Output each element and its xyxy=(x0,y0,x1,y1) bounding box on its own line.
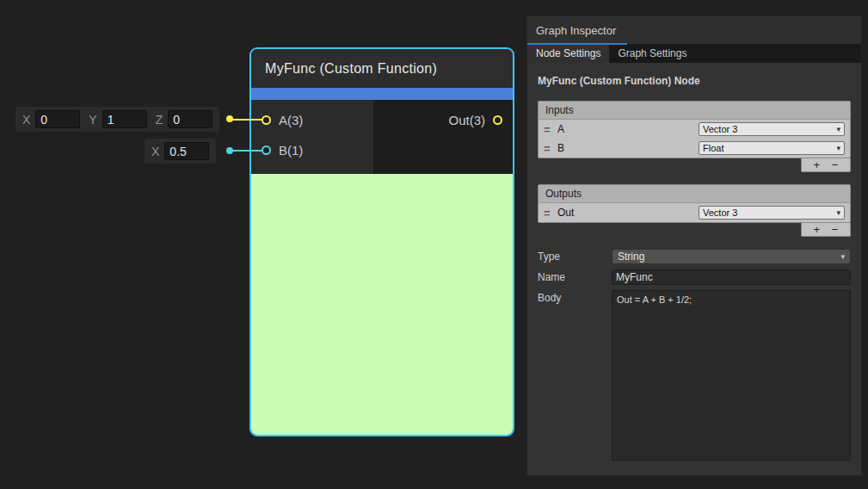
inputs-list-header: Inputs xyxy=(539,102,850,120)
vector3-y-field[interactable] xyxy=(102,110,147,128)
myfunc-node[interactable]: MyFunc (Custom Function) A(3) B(1) Out(3… xyxy=(249,47,514,436)
port-b-label: B(1) xyxy=(279,143,303,158)
node-settings-heading: MyFunc (Custom Function) Node xyxy=(538,75,851,87)
input-a-type-value: Vector 3 xyxy=(703,124,836,134)
drag-handle-icon[interactable]: = xyxy=(544,207,557,220)
outputs-list-footer: + − xyxy=(538,223,851,237)
remove-input-button[interactable]: − xyxy=(832,159,839,170)
output-row-out[interactable]: = Out Vector 3 ▾ xyxy=(539,203,850,222)
port-row-a: A(3) xyxy=(262,110,373,129)
type-row: Type String ▾ xyxy=(538,249,851,264)
node-ports: A(3) B(1) Out(3) xyxy=(251,100,513,174)
vector3-input-widget: X Y Z xyxy=(15,107,219,132)
chevron-down-icon: ▾ xyxy=(836,208,840,217)
drag-handle-icon[interactable]: = xyxy=(544,123,557,136)
input-a-type-dropdown[interactable]: Vector 3 ▾ xyxy=(699,122,845,136)
input-b-name: B xyxy=(557,142,699,154)
input-b-type-dropdown[interactable]: Float ▾ xyxy=(699,141,845,155)
name-row: Name xyxy=(538,269,851,285)
type-label: Type xyxy=(538,249,612,264)
add-output-button[interactable]: + xyxy=(814,224,821,235)
outputs-list-header: Outputs xyxy=(539,185,850,203)
edge-vector3-to-a[interactable] xyxy=(230,119,262,121)
outputs-list: Outputs = Out Vector 3 ▾ xyxy=(538,184,851,223)
output-out-name: Out xyxy=(557,207,699,219)
tab-graph-settings[interactable]: Graph Settings xyxy=(609,45,695,63)
output-out-type-dropdown[interactable]: Vector 3 ▾ xyxy=(699,206,845,220)
input-row-b[interactable]: = B Float ▾ xyxy=(539,139,850,158)
inspector-header[interactable]: Graph Inspector xyxy=(527,16,861,45)
vector3-output-port-dot[interactable] xyxy=(226,115,233,122)
float-x-field[interactable] xyxy=(164,142,209,160)
vector3-z-field[interactable] xyxy=(168,110,212,128)
inspector-body: MyFunc (Custom Function) Node Inputs = A… xyxy=(527,63,861,475)
name-input[interactable] xyxy=(612,269,851,285)
chevron-down-icon: ▾ xyxy=(836,144,840,152)
port-row-out: Out(3) xyxy=(374,110,502,129)
name-label: Name xyxy=(538,269,612,285)
input-a-name: A xyxy=(557,123,699,135)
node-title[interactable]: MyFunc (Custom Function) xyxy=(251,49,513,88)
chevron-down-icon: ▾ xyxy=(840,252,845,261)
edge-float-to-b[interactable] xyxy=(230,150,262,152)
port-row-b: B(1) xyxy=(262,140,373,159)
inputs-list: Inputs = A Vector 3 ▾ = B Float ▾ xyxy=(538,101,851,158)
port-out-label: Out(3) xyxy=(448,113,485,127)
add-input-button[interactable]: + xyxy=(814,159,821,170)
axis-label-y: Y xyxy=(89,113,96,127)
inputs-list-controls: + − xyxy=(801,158,851,172)
node-preview xyxy=(251,174,513,435)
axis-label-x: X xyxy=(151,145,159,158)
body-row: Body Out = A + B + 1/2; xyxy=(538,290,851,461)
axis-label-z: Z xyxy=(156,113,163,127)
input-row-a[interactable]: = A Vector 3 ▾ xyxy=(539,120,850,139)
type-dropdown-value: String xyxy=(618,251,840,263)
chevron-down-icon: ▾ xyxy=(836,125,840,133)
float-output-port-dot[interactable] xyxy=(226,147,233,154)
input-b-type-value: Float xyxy=(703,143,836,153)
remove-output-button[interactable]: − xyxy=(832,224,839,235)
inspector-tabs: Node Settings Graph Settings xyxy=(527,45,861,63)
drag-handle-icon[interactable]: = xyxy=(544,142,557,155)
node-accent-bar xyxy=(251,88,513,100)
input-ports: A(3) B(1) xyxy=(251,100,374,174)
float-input-widget: X xyxy=(145,139,216,164)
port-a-label: A(3) xyxy=(279,113,303,127)
type-dropdown[interactable]: String ▾ xyxy=(612,249,851,264)
inspector-title: Graph Inspector xyxy=(527,16,861,45)
port-b-connector-icon[interactable] xyxy=(262,145,271,155)
port-a-connector-icon[interactable] xyxy=(262,115,271,125)
active-window-tab-indicator xyxy=(527,43,627,45)
axis-label-x: X xyxy=(22,113,30,127)
outputs-list-controls: + − xyxy=(801,223,851,237)
tab-node-settings[interactable]: Node Settings xyxy=(527,45,609,63)
vector3-x-field[interactable] xyxy=(35,110,80,128)
output-ports: Out(3) xyxy=(374,100,513,174)
body-textarea[interactable]: Out = A + B + 1/2; xyxy=(612,290,851,461)
output-out-type-value: Vector 3 xyxy=(703,207,836,218)
body-label: Body xyxy=(538,290,612,461)
port-out-connector-icon[interactable] xyxy=(493,115,502,125)
inputs-list-footer: + − xyxy=(538,158,851,172)
graph-inspector-panel: Graph Inspector Node Settings Graph Sett… xyxy=(526,15,862,476)
